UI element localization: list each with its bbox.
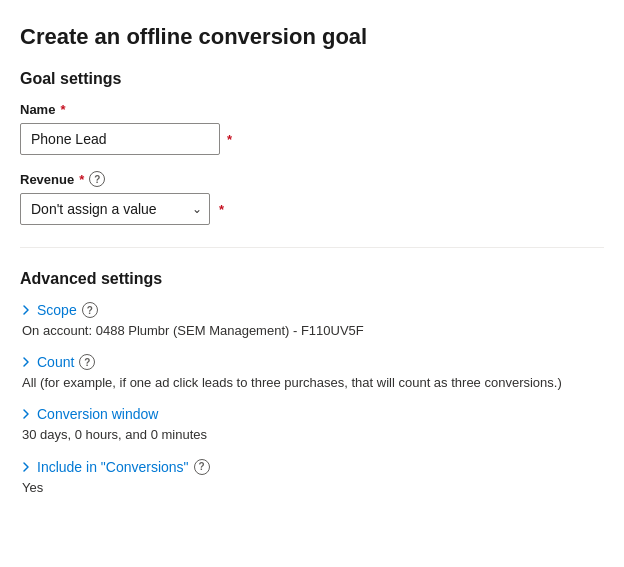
count-item: Count ? All (for example, if one ad clic…	[20, 354, 604, 392]
revenue-select-wrapper: Don't assign a value Use a variable valu…	[20, 193, 210, 225]
name-input-wrapper: *	[20, 123, 220, 155]
conversion-window-value: 30 days, 0 hours, and 0 minutes	[20, 426, 604, 444]
name-input-required: *	[227, 132, 232, 147]
goal-settings-section: Goal settings Name * * Revenue * ? Don't…	[20, 70, 604, 225]
revenue-label: Revenue * ?	[20, 171, 604, 187]
conversion-window-item: Conversion window 30 days, 0 hours, and …	[20, 406, 604, 444]
goal-settings-title: Goal settings	[20, 70, 604, 88]
count-header[interactable]: Count ?	[20, 354, 604, 370]
revenue-field-group: Revenue * ? Don't assign a value Use a v…	[20, 171, 604, 225]
include-conversions-header[interactable]: Include in "Conversions" ?	[20, 459, 604, 475]
name-field-group: Name * *	[20, 102, 604, 155]
count-value: All (for example, if one ad click leads …	[20, 374, 604, 392]
scope-title: Scope	[37, 302, 77, 318]
revenue-select[interactable]: Don't assign a value Use a variable valu…	[20, 193, 210, 225]
include-conversions-value: Yes	[20, 479, 604, 497]
conversion-window-header[interactable]: Conversion window	[20, 406, 604, 422]
count-chevron-icon	[20, 356, 32, 368]
count-help-icon[interactable]: ?	[79, 354, 95, 370]
include-conversions-item: Include in "Conversions" ? Yes	[20, 459, 604, 497]
name-label: Name *	[20, 102, 604, 117]
advanced-settings-section: Advanced settings Scope ? On account: 04…	[20, 270, 604, 497]
scope-help-icon[interactable]: ?	[82, 302, 98, 318]
include-conversions-help-icon[interactable]: ?	[194, 459, 210, 475]
revenue-select-required: *	[219, 202, 224, 217]
count-title: Count	[37, 354, 74, 370]
name-input[interactable]	[20, 123, 220, 155]
scope-value: On account: 0488 Plumbr (SEM Management)…	[20, 322, 604, 340]
scope-chevron-icon	[20, 304, 32, 316]
page-title: Create an offline conversion goal	[20, 24, 604, 50]
revenue-help-icon[interactable]: ?	[89, 171, 105, 187]
scope-header[interactable]: Scope ?	[20, 302, 604, 318]
revenue-required-star: *	[79, 172, 84, 187]
include-conversions-title: Include in "Conversions"	[37, 459, 189, 475]
section-divider	[20, 247, 604, 248]
advanced-settings-title: Advanced settings	[20, 270, 604, 288]
conversion-window-chevron-icon	[20, 408, 32, 420]
scope-item: Scope ? On account: 0488 Plumbr (SEM Man…	[20, 302, 604, 340]
conversion-window-title: Conversion window	[37, 406, 158, 422]
include-conversions-chevron-icon	[20, 461, 32, 473]
name-required-star: *	[60, 102, 65, 117]
